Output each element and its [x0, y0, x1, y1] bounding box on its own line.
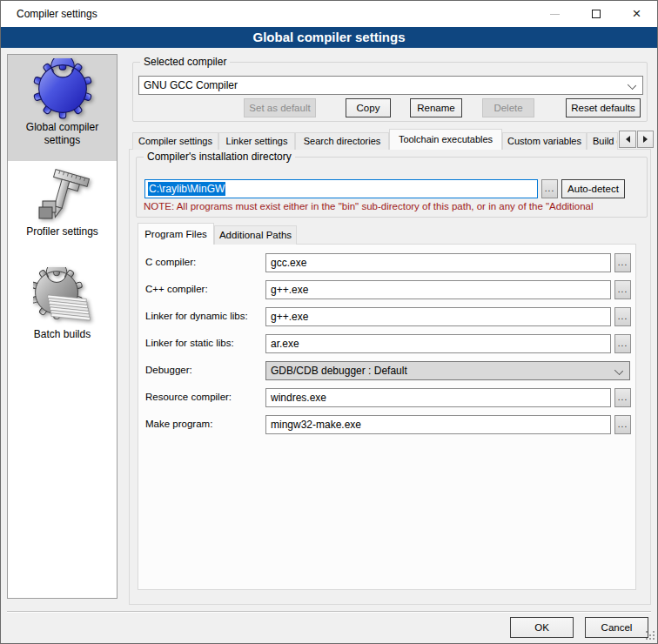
c-compiler-input[interactable] — [265, 253, 611, 272]
auto-detect-button[interactable]: Auto-detect — [561, 179, 625, 198]
tab-compiler-settings[interactable]: Compiler settings — [132, 132, 218, 150]
rename-button[interactable]: Rename — [410, 98, 462, 117]
tab-scroll-right-button[interactable] — [637, 131, 654, 148]
delete-button: Delete — [482, 98, 534, 117]
group-label: Compiler's installation directory — [144, 151, 295, 164]
field-label: Make program: — [145, 419, 212, 429]
cancel-button[interactable]: Cancel — [585, 617, 648, 638]
tab-linker-settings[interactable]: Linker settings — [218, 132, 295, 150]
group-label: Selected compiler — [140, 56, 230, 69]
resize-grip[interactable] — [646, 631, 656, 641]
field-label: C++ compiler: — [145, 284, 208, 294]
close-icon: × — [633, 6, 641, 21]
field-label: Debugger: — [145, 365, 192, 375]
close-button[interactable]: × — [616, 1, 657, 27]
debugger-select-value: GDB/CDB debugger : Default — [271, 365, 407, 377]
field-label: C compiler: — [145, 257, 196, 267]
selected-compiler-group: Selected compiler GNU GCC Compiler Set a… — [132, 62, 648, 122]
caliper-icon — [35, 168, 91, 224]
sidebar-item-global-compiler-settings[interactable]: Global compiler settings — [8, 55, 117, 161]
minimize-icon — [550, 14, 560, 15]
tab-scroll-left-button[interactable] — [619, 131, 636, 148]
copy-button[interactable]: Copy — [346, 98, 391, 117]
browse-directory-button[interactable]: ... — [541, 179, 558, 198]
tab-build-options[interactable]: Build options — [587, 132, 618, 150]
dynamic-linker-browse-button[interactable]: ... — [614, 307, 631, 326]
chevron-down-icon — [614, 366, 623, 375]
titlebar: Compiler settings × — [1, 1, 657, 27]
tab-toolchain-executables[interactable]: Toolchain executables — [389, 129, 502, 150]
program-files-page: C compiler: ... C++ compiler: ... Linker… — [138, 244, 636, 590]
tab-search-directories[interactable]: Search directories — [295, 132, 389, 150]
maximize-icon — [592, 10, 601, 18]
dynamic-linker-input[interactable] — [265, 307, 611, 326]
installation-directory-input[interactable]: C:\raylib\MinGW — [144, 179, 538, 198]
debugger-select[interactable]: GDB/CDB debugger : Default — [265, 361, 630, 380]
maximize-button[interactable] — [575, 1, 616, 27]
page-title: Global compiler settings — [1, 27, 657, 48]
reset-defaults-button[interactable]: Reset defaults — [566, 98, 641, 117]
chevron-down-icon — [628, 81, 636, 90]
subtab-program-files[interactable]: Program Files — [138, 223, 214, 245]
window-controls: × — [534, 1, 657, 27]
set-as-default-button: Set as default — [244, 98, 316, 117]
field-label: Linker for dynamic libs: — [145, 311, 248, 321]
note-text: NOTE: All programs must exist either in … — [144, 201, 648, 214]
gray-gear-papers-icon — [33, 267, 92, 326]
installation-directory-value: C:\raylib\MinGW — [148, 182, 225, 196]
subtab-additional-paths[interactable]: Additional Paths — [214, 225, 297, 245]
make-program-browse-button[interactable]: ... — [614, 415, 631, 434]
cpp-compiler-browse-button[interactable]: ... — [614, 280, 631, 299]
sidebar-item-label: Global compiler settings — [8, 121, 117, 147]
arrow-left-icon — [622, 136, 630, 143]
sidebar-item-batch-builds[interactable]: Batch builds — [8, 253, 117, 359]
static-linker-input[interactable] — [265, 334, 611, 353]
compiler-select[interactable]: GNU GCC Compiler — [138, 76, 643, 95]
blue-gear-icon — [32, 58, 93, 119]
window-title: Compiler settings — [17, 1, 97, 27]
settings-category-list: Global compiler settings — [7, 54, 118, 599]
compiler-settings-dialog: Compiler settings × Global compiler sett… — [0, 0, 658, 644]
sidebar-item-label: Batch builds — [30, 328, 94, 341]
sidebar-item-profiler-settings[interactable]: Profiler settings — [8, 161, 117, 253]
footer-divider — [7, 611, 651, 613]
field-label: Linker for static libs: — [145, 338, 234, 348]
arrow-right-icon — [643, 136, 651, 143]
sidebar-item-label: Profiler settings — [23, 225, 102, 238]
minimize-button[interactable] — [534, 1, 575, 27]
resource-compiler-browse-button[interactable]: ... — [614, 388, 631, 407]
compiler-select-value: GNU GCC Compiler — [144, 79, 238, 91]
resource-compiler-input[interactable] — [265, 388, 611, 407]
tab-custom-variables[interactable]: Custom variables — [502, 132, 587, 150]
make-program-input[interactable] — [265, 415, 611, 434]
c-compiler-browse-button[interactable]: ... — [614, 253, 631, 272]
cpp-compiler-input[interactable] — [265, 280, 611, 299]
field-label: Resource compiler: — [145, 392, 232, 402]
static-linker-browse-button[interactable]: ... — [614, 334, 631, 353]
ok-button[interactable]: OK — [510, 617, 574, 638]
